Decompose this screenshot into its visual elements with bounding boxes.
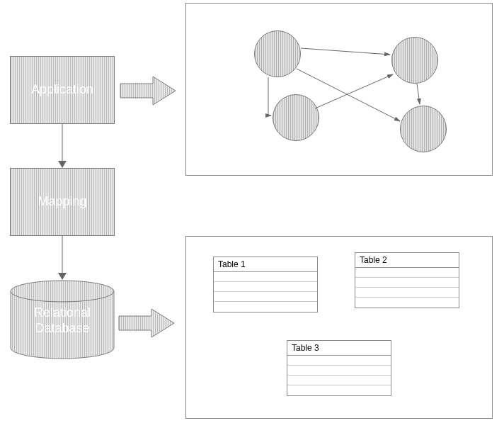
table-3: Table 3	[287, 340, 391, 396]
table-row	[355, 298, 459, 308]
svg-marker-3	[58, 273, 67, 280]
table-row	[214, 302, 317, 312]
svg-line-16	[417, 84, 420, 104]
table-row	[214, 282, 317, 292]
svg-line-15	[315, 74, 393, 108]
table-row	[214, 272, 317, 282]
svg-marker-1	[58, 161, 67, 168]
table-row	[287, 356, 391, 366]
mapping-label: Mapping	[38, 194, 86, 210]
table-row	[287, 376, 391, 385]
table-row	[287, 385, 391, 395]
svg-marker-11	[120, 77, 176, 105]
application-box: Application	[10, 56, 115, 124]
svg-line-13	[301, 48, 390, 55]
mapping-box: Mapping	[10, 168, 115, 236]
svg-point-10	[11, 281, 114, 302]
database-cylinder: Relational Database	[10, 280, 115, 359]
tables-panel: Table 1 Table 2 Table 3	[185, 236, 493, 419]
table-row	[214, 292, 317, 302]
table-2: Table 2	[355, 252, 459, 308]
table-row	[355, 278, 459, 288]
table-1: Table 1	[213, 257, 318, 312]
arrow-mapping-to-db	[50, 236, 75, 281]
table-3-header: Table 3	[287, 341, 391, 356]
graph-panel	[185, 3, 493, 176]
arrow-app-to-mapping	[50, 124, 75, 169]
table-row	[355, 288, 459, 298]
table-row	[287, 366, 391, 376]
database-label: Relational Database	[10, 305, 115, 336]
table-row	[355, 268, 459, 278]
graph-edges	[186, 4, 493, 176]
svg-line-14	[297, 69, 400, 121]
application-label: Application	[31, 82, 93, 98]
svg-marker-12	[119, 309, 174, 337]
table-2-header: Table 2	[355, 253, 459, 268]
table-1-header: Table 1	[214, 257, 317, 272]
